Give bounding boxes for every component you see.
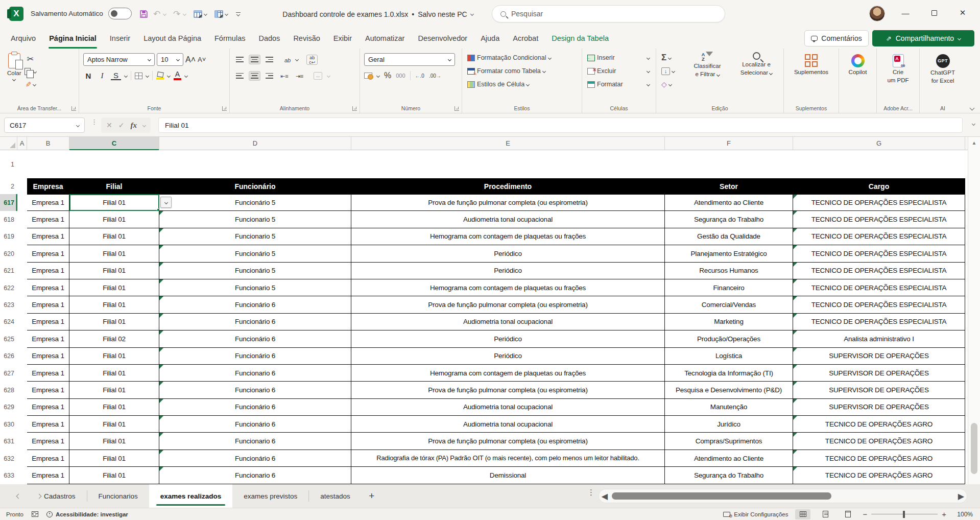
ribbon-tab-dados[interactable]: Dados (252, 28, 286, 49)
minimize-button[interactable]: — (891, 0, 920, 26)
cell-setor[interactable]: Recursos Humanos (665, 263, 793, 279)
vertical-scrollbar[interactable]: ▲ (968, 137, 980, 484)
conditional-formatting-button[interactable]: Formatação Condicional (462, 51, 582, 64)
number-format-select[interactable]: Geral (364, 53, 455, 66)
formula-input[interactable]: Filial 01 (158, 117, 963, 133)
cell-empresa[interactable]: Empresa 1 (27, 296, 69, 313)
copy-button[interactable] (24, 66, 36, 77)
decrease-indent-icon[interactable]: ⇤≡ (278, 69, 291, 82)
zoom-in-button[interactable]: + (942, 510, 946, 518)
cell-cargo[interactable]: TECNICO DE OPERAÇÕES AGRO (793, 450, 965, 467)
paste-button[interactable]: Colar (7, 53, 21, 90)
decrease-decimal-icon[interactable]: .00→ (429, 73, 441, 79)
column-header-E[interactable]: E (351, 137, 665, 150)
cell-procedimento[interactable]: Audiometria tonal ocupacional (351, 211, 665, 228)
create-pdf-button[interactable]: Crie um PDF (877, 54, 919, 84)
cell-setor[interactable]: Planejamento Estratégico (665, 245, 793, 262)
column-header-B[interactable]: B (27, 137, 69, 150)
cut-button[interactable]: ✂ (24, 53, 36, 64)
ribbon-tab-design-da-tabela[interactable]: Design da Tabela (545, 28, 615, 49)
align-center-icon[interactable] (249, 71, 260, 81)
cell-cargo[interactable]: Analista administrativo I (793, 330, 965, 347)
cell-filial[interactable]: Filial 01 (69, 416, 159, 433)
underline-dropdown-icon[interactable] (124, 74, 128, 77)
cell-empresa[interactable]: Empresa 1 (27, 365, 69, 382)
vertical-scroll-thumb[interactable] (971, 423, 977, 474)
delete-cells-button[interactable]: Excluir (582, 64, 656, 78)
collapse-ribbon-icon[interactable] (970, 106, 975, 111)
redo-icon[interactable]: ↷ (170, 7, 183, 20)
cell-setor[interactable]: Segurança do Trabalho (665, 211, 793, 228)
cell-setor[interactable]: Financeiro (665, 279, 793, 296)
normal-view-button[interactable] (795, 509, 810, 519)
bold-button[interactable]: N (83, 72, 93, 80)
cell-procedimento[interactable]: Periódico (351, 330, 665, 347)
copilot-button[interactable]: Copilot (839, 54, 876, 76)
cell-empresa[interactable]: Empresa 1 (27, 382, 69, 398)
cancel-icon[interactable]: ✕ (106, 121, 112, 129)
page-layout-view-button[interactable] (818, 509, 833, 519)
cell-empresa[interactable]: Empresa 1 (27, 279, 69, 296)
scroll-right-icon[interactable]: ▶ (955, 491, 967, 501)
row-number[interactable]: 632 (0, 450, 17, 467)
cell-empresa[interactable]: Empresa 1 (27, 194, 69, 211)
percent-style-icon[interactable]: % (384, 71, 391, 80)
cell-funcionario[interactable]: Funcionário 5 (159, 245, 351, 262)
row-number[interactable]: 619 (0, 228, 17, 245)
share-button[interactable]: ⇗ Compartilhamento (872, 30, 974, 46)
cell-filial[interactable]: Filial 01 (69, 467, 159, 484)
sheet-tab-funcionarios[interactable]: Funcionarios (87, 484, 149, 508)
row-number[interactable]: 621 (0, 263, 17, 279)
cell-empresa[interactable]: Empresa 1 (27, 330, 69, 347)
row-number[interactable]: 625 (0, 330, 17, 347)
row-number[interactable]: 626 (0, 348, 17, 365)
search-input[interactable]: Pesquisar (492, 5, 725, 22)
data-validation-dropdown-button[interactable] (160, 197, 172, 208)
insert-cells-button[interactable]: Inserir (582, 51, 656, 64)
save-icon[interactable] (137, 7, 150, 20)
expand-formula-bar-icon[interactable] (972, 122, 975, 126)
cell-procedimento[interactable]: Prova de função pulmonar completa (ou es… (351, 296, 665, 313)
ribbon-tab-ajuda[interactable]: Ajuda (474, 28, 506, 49)
cell-funcionario[interactable]: Funcionario 5 (159, 279, 351, 296)
sheet-tab-exames-previstos[interactable]: exames previstos (232, 484, 308, 508)
row-number[interactable]: 618 (0, 211, 17, 228)
undo-dropdown-icon[interactable] (163, 12, 166, 15)
formula-bar-handle[interactable]: ⋮ (91, 121, 93, 124)
select-all-corner[interactable] (0, 137, 17, 150)
cell-funcionario[interactable]: Funcionário 6 (159, 330, 351, 347)
row-number[interactable]: 633 (0, 467, 17, 484)
cell-setor[interactable]: Gestão da Qualidade (665, 228, 793, 245)
cell-funcionario[interactable]: Funcionário 6 (159, 450, 351, 467)
column-header-G[interactable]: G (793, 137, 965, 150)
customize-qat-icon[interactable] (236, 12, 241, 16)
cell-cargo[interactable]: TECNICO DE OPERAÇÕES ESPECIALISTA (793, 279, 965, 296)
accessibility-icon[interactable] (46, 511, 53, 517)
cell-setor[interactable]: Marketing (665, 314, 793, 330)
sheet-tab-cadastros[interactable]: Cadastros (33, 484, 87, 508)
ribbon-tab-página-inicial[interactable]: Página Inicial (42, 28, 103, 49)
cell-filial[interactable]: Filial 01 (69, 211, 159, 228)
cell-filial[interactable]: Filial 01 (69, 314, 159, 330)
underline-button[interactable]: S (111, 71, 121, 80)
fill-button[interactable]: ↓ (656, 64, 683, 78)
insert-function-icon[interactable]: fx (130, 121, 137, 130)
cell-cargo[interactable]: TECNICO DE OPERAÇÕES AGRO (793, 433, 965, 450)
cell-filial[interactable]: Filial 01 (69, 296, 159, 313)
accessibility-status[interactable]: Acessibilidade: investigar (56, 511, 128, 517)
increase-indent-icon[interactable]: ⇥≡ (294, 69, 306, 82)
enter-icon[interactable]: ✓ (118, 121, 125, 129)
borders-icon[interactable] (135, 73, 142, 79)
cell-setor[interactable]: Compras/Suprimentos (665, 433, 793, 450)
new-sheet-button[interactable]: + (362, 484, 382, 508)
cell-empresa[interactable]: Empresa 1 (27, 314, 69, 330)
increase-font-icon[interactable]: A˄ (185, 55, 196, 64)
cell-cargo[interactable]: TECNICO DE OPERAÇÕES AGRO (793, 467, 965, 484)
font-name-select[interactable]: Aptos Narrow (83, 53, 155, 66)
fill-color-icon[interactable] (156, 72, 164, 80)
wrap-text-icon[interactable]: abc↩ (306, 55, 318, 65)
maximize-button[interactable] (920, 0, 948, 26)
close-button[interactable]: ✕ (948, 0, 977, 26)
find-select-button[interactable]: Localizar e Selecionar (732, 52, 781, 91)
cell-procedimento[interactable]: Audiometria tonal ocupacional (351, 416, 665, 433)
